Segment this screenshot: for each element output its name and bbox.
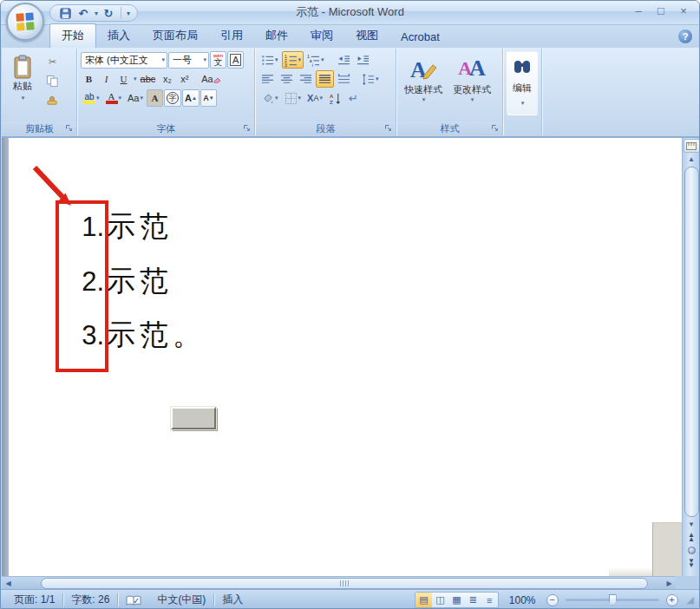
align-right-button[interactable] [297,70,315,88]
character-shading-button[interactable]: A [147,89,163,107]
decrease-indent-button[interactable] [335,51,353,69]
redo-button[interactable]: ↻ [101,6,116,21]
borders-button[interactable]: ▾ [282,89,304,107]
change-styles-button[interactable]: AA 更改样式 ▾ [448,51,495,115]
insert-mode-indicator[interactable]: 插入 [214,593,251,607]
zoom-level[interactable]: 100% [502,594,543,606]
cut-button[interactable]: ✂ [43,53,62,70]
italic-button[interactable]: I [98,70,114,88]
show-hide-marks-button[interactable]: ↵ [345,89,362,107]
line-spacing-button[interactable]: ▾ [359,70,382,88]
office-button[interactable] [6,3,44,41]
justify-button[interactable] [316,70,334,88]
view-ruler-button[interactable] [684,139,700,153]
qat-more-button[interactable]: ▾ [127,10,130,17]
horizontal-scrollbar[interactable]: ◀ ▶ [2,576,676,589]
embedded-gray-button[interactable] [171,407,216,429]
outline-view-button[interactable]: ≣ [465,593,481,607]
multilevel-list-button[interactable]: 1ai ▾ [304,51,327,69]
scroll-down-button[interactable]: ▼ [684,518,700,531]
tab-page-layout[interactable]: 页面布局 [141,24,209,48]
increase-indent-button[interactable] [354,51,372,69]
shrink-font-button[interactable]: A▼ [200,89,217,107]
zoom-out-button[interactable]: − [546,594,559,606]
clipboard-dialog-launcher[interactable] [65,124,74,133]
tab-review[interactable]: 审阅 [299,24,344,48]
tab-references[interactable]: 引用 [209,24,254,48]
save-button[interactable] [57,6,73,21]
paste-button[interactable]: 粘贴 ▾ [5,51,40,115]
print-layout-view-button[interactable]: ▤ [415,593,432,607]
maximize-button[interactable]: □ [654,5,668,17]
subscript-button[interactable]: x₂ [159,70,175,88]
styles-dialog-launcher[interactable] [491,124,500,133]
tab-mailings[interactable]: 邮件 [254,24,299,48]
list-number: 2. [68,266,104,298]
asian-layout-button[interactable]: XA ▾ [304,89,325,107]
character-border-button[interactable]: A [227,51,244,69]
undo-button[interactable]: ↶ [75,6,91,21]
page-indicator[interactable]: 页面: 1/1 [6,593,62,607]
superscript-button[interactable]: x² [176,70,193,88]
zoom-in-button[interactable]: + [666,594,678,606]
close-button[interactable]: × [677,5,690,17]
minimize-button[interactable]: – [631,5,645,17]
font-color-button[interactable]: A ▾ [103,89,125,107]
scroll-up-button[interactable]: ▲ [684,153,700,166]
grow-font-button[interactable]: A▲ [182,89,200,107]
window-resize-grip[interactable]: ◢ [687,594,694,606]
list-item-1[interactable]: 1. 示范 [68,207,173,251]
enclose-characters-button[interactable]: 字 [164,89,181,107]
scroll-left-button[interactable]: ◀ [2,577,15,590]
draft-view-button[interactable]: ≡ [481,593,498,607]
select-browse-object-button[interactable] [684,544,700,557]
bullets-button[interactable]: ▾ [258,51,281,69]
previous-page-button[interactable]: ▲▲ [684,531,700,544]
bold-button[interactable]: B [81,70,97,88]
list-item-2[interactable]: 2. 示范 [68,262,173,305]
underline-button[interactable]: U [115,70,132,88]
tab-home[interactable]: 开始 [49,23,96,48]
font-size-combobox[interactable]: 一号 ▾ [168,52,209,69]
align-center-button[interactable] [278,70,296,88]
horizontal-scroll-thumb[interactable] [41,578,648,589]
styles-group: A 快速样式 ▾ AA 更改样式 ▾ 样式 [397,49,503,135]
language-indicator[interactable]: 中文(中国) [149,593,213,607]
undo-caret-icon[interactable]: ▾ [95,10,98,17]
distribute-button[interactable] [335,70,353,88]
zoom-slider-thumb[interactable] [609,594,617,606]
vertical-scrollbar[interactable]: ▲ ▼ ▲▲ ▼▼ [682,138,700,576]
tab-acrobat[interactable]: Acrobat [389,27,451,48]
font-dialog-launcher[interactable] [243,124,252,133]
scroll-right-button[interactable]: ▶ [663,577,676,590]
zoom-slider-track[interactable] [566,599,659,601]
numbering-button[interactable]: 123 ▾ [282,51,304,69]
spellcheck-status[interactable]: ✓ [118,594,149,606]
paragraph-dialog-launcher[interactable] [384,124,393,133]
list-item-3[interactable]: 3. 示范。 [68,316,206,359]
document-page[interactable]: 1. 示范 2. 示范 3. 示范。 [9,138,682,576]
quick-styles-button[interactable]: A 快速样式 ▾ [400,51,447,115]
sort-button[interactable]: AZ [326,89,344,107]
tab-insert[interactable]: 插入 [96,24,141,48]
change-case-button[interactable]: Aa ▾ [125,89,146,107]
align-left-button[interactable] [258,70,277,88]
shading-button[interactable]: ▾ [258,89,281,107]
fullscreen-reading-view-button[interactable]: ◫ [432,593,448,607]
underline-caret-icon[interactable]: ▾ [134,75,137,82]
strikethrough-button[interactable]: abc [138,70,159,88]
editing-button[interactable]: 编辑 ▾ [507,51,538,115]
next-page-button[interactable]: ▼▼ [684,557,700,570]
phonetic-guide-button[interactable]: wén文 [210,51,226,69]
format-painter-button[interactable] [43,91,62,108]
word-count[interactable]: 字数: 26 [63,593,117,607]
tab-view[interactable]: 视图 [344,24,389,48]
text-highlight-button[interactable]: ab ▾ [81,89,102,107]
clear-formatting-button[interactable]: Aa [199,70,224,88]
styles-group-label: 样式 [441,122,460,135]
font-name-combobox[interactable]: 宋体 (中文正文 ▾ [81,52,167,69]
help-button[interactable]: ? [678,29,692,43]
vertical-scroll-thumb[interactable] [684,167,699,517]
web-layout-view-button[interactable]: ▦ [448,593,465,607]
copy-button[interactable] [43,72,62,89]
